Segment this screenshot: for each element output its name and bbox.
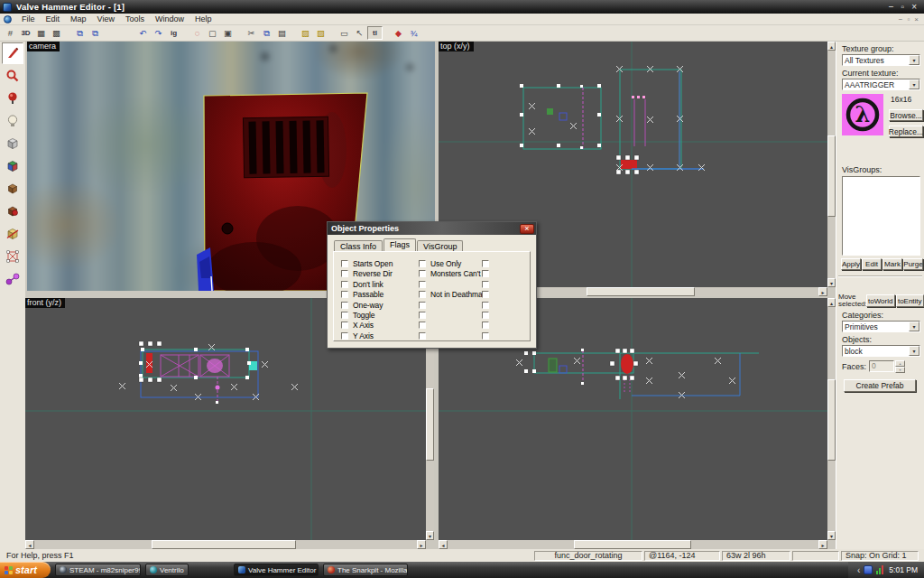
texture-lock-button[interactable]: tl xyxy=(367,26,383,40)
ignore-groups-button[interactable]: ig xyxy=(166,26,181,40)
mark-button[interactable]: Mark xyxy=(882,258,902,270)
group-button[interactable]: ▢ xyxy=(205,26,220,40)
load-window-state-button[interactable]: ⧉ xyxy=(72,26,88,40)
categories-combo[interactable]: Primitives ▾ xyxy=(842,321,920,332)
flag-checkbox-spare[interactable] xyxy=(419,332,426,340)
scroll-left-button[interactable]: ◂ xyxy=(25,540,34,549)
menu-map[interactable]: Map xyxy=(65,14,92,24)
flag-checkbox-spare[interactable] xyxy=(419,281,426,288)
toggle-grid-button[interactable]: # xyxy=(3,26,18,40)
menu-window[interactable]: Window xyxy=(150,14,189,24)
flag-checkbox-one-way[interactable] xyxy=(341,302,348,309)
hscroll-thumb[interactable] xyxy=(152,540,296,549)
helper-toggle-button[interactable]: ¾ xyxy=(406,26,421,40)
menu-view[interactable]: View xyxy=(92,14,120,24)
pointer-mode-button[interactable]: ↖ xyxy=(352,26,367,40)
flag-checkbox-toggle[interactable] xyxy=(341,312,348,319)
faces-spinner[interactable]: ▴ ▾ xyxy=(895,360,905,372)
flag-checkbox-passable[interactable] xyxy=(341,291,348,298)
scroll-up-button[interactable]: ▴ xyxy=(827,42,836,51)
menu-tools[interactable]: Tools xyxy=(120,14,150,24)
camera-tool-button[interactable] xyxy=(2,88,23,109)
flag-checkbox-spare[interactable] xyxy=(482,332,489,340)
current-texture-combo[interactable]: AAATRIGGER ▾ xyxy=(842,79,920,90)
messenger-icon[interactable] xyxy=(864,565,873,574)
entity-tool-button[interactable] xyxy=(2,110,23,132)
flag-checkbox-spare[interactable] xyxy=(482,270,489,277)
apply-texture-tool-button[interactable] xyxy=(2,200,23,222)
flag-checkbox-spare[interactable] xyxy=(482,291,489,298)
replace-button[interactable]: Replace... xyxy=(889,126,923,137)
taskbar-item-ventrilo[interactable]: Ventrilo xyxy=(145,564,189,576)
visgroups-listbox[interactable] xyxy=(842,176,920,256)
cordon-toggle-button[interactable]: ▨ xyxy=(298,26,313,40)
flag-checkbox-spare[interactable] xyxy=(419,302,426,309)
to-entity-button[interactable]: toEntity xyxy=(896,294,924,307)
flag-checkbox-spare[interactable] xyxy=(482,322,489,329)
hscroll-thumb[interactable] xyxy=(574,540,691,549)
display-models-button[interactable]: ◆ xyxy=(391,26,406,40)
flag-checkbox-x-axis[interactable] xyxy=(341,322,348,329)
flag-checkbox-monsters-cant[interactable] xyxy=(419,270,426,277)
mdi-restore-button[interactable]: ▫ xyxy=(907,15,910,23)
scroll-down-button[interactable]: ▾ xyxy=(426,531,434,540)
tab-class-info[interactable]: Class Info xyxy=(334,240,383,251)
paste-button[interactable]: ▤ xyxy=(274,26,290,40)
select-mode-button[interactable]: ▭ xyxy=(337,26,352,40)
front-viewport-hscrollbar[interactable]: ◂ ▸ xyxy=(25,540,426,549)
texture-group-combo[interactable]: All Textures ▾ xyxy=(842,54,920,66)
side-viewport-hscrollbar[interactable]: ◂ ▸ xyxy=(439,540,827,549)
scroll-up-button[interactable]: ▴ xyxy=(827,298,836,307)
cut-button[interactable]: ✂ xyxy=(244,26,259,40)
toggle-3d-grid-button[interactable]: 3D xyxy=(18,26,33,40)
scroll-down-button[interactable]: ▾ xyxy=(827,531,836,540)
flag-checkbox-spare[interactable] xyxy=(419,322,426,329)
flag-checkbox-spare[interactable] xyxy=(482,260,489,267)
carve-button[interactable]: ◌ xyxy=(189,26,205,40)
close-button[interactable]: × xyxy=(911,1,917,13)
flag-checkbox-spare[interactable] xyxy=(482,312,489,319)
dialog-titlebar[interactable]: Object Properties × xyxy=(328,222,536,235)
vscroll-thumb[interactable] xyxy=(827,379,836,461)
faces-input[interactable]: 0 xyxy=(869,360,894,372)
path-tool-button[interactable] xyxy=(2,268,23,290)
taskbar-item-hammer[interactable]: Valve Hammer Editor ... xyxy=(234,564,319,576)
menu-help[interactable]: Help xyxy=(189,14,217,24)
menu-file[interactable]: File xyxy=(16,14,41,24)
to-world-button[interactable]: toWorld xyxy=(866,294,895,307)
scroll-down-button[interactable]: ▾ xyxy=(827,278,836,287)
magnify-tool-button[interactable] xyxy=(2,65,23,87)
create-prefab-button[interactable]: Create Prefab xyxy=(844,379,916,392)
vertex-tool-button[interactable] xyxy=(2,246,23,267)
scroll-right-button[interactable]: ▸ xyxy=(417,540,426,549)
flag-checkbox-not-in-deathmatch[interactable] xyxy=(419,291,426,298)
tray-chevron-icon[interactable]: ‹ xyxy=(857,565,860,575)
vscroll-thumb[interactable] xyxy=(827,135,836,217)
combo-arrow-icon[interactable]: ▾ xyxy=(909,322,919,331)
edit-button[interactable]: Edit xyxy=(862,258,882,270)
browse-button[interactable]: Browse... xyxy=(889,109,923,121)
combo-arrow-icon[interactable]: ▾ xyxy=(909,346,919,356)
redo-button[interactable]: ↷ xyxy=(151,26,166,40)
taskbar-item-steam[interactable]: STEAM - m82sniper99 xyxy=(55,564,141,576)
objects-combo[interactable]: block ▾ xyxy=(842,345,920,357)
clipping-tool-button[interactable] xyxy=(2,223,23,245)
apply-button[interactable]: Apply xyxy=(841,258,861,270)
menu-edit[interactable]: Edit xyxy=(41,14,66,24)
texture-application-tool-button[interactable] xyxy=(2,155,23,177)
mdi-close-button[interactable]: × xyxy=(914,15,919,23)
combo-arrow-icon[interactable]: ▾ xyxy=(909,55,919,65)
ungroup-button[interactable]: ▣ xyxy=(220,26,236,40)
tab-visgroup[interactable]: VisGroup xyxy=(417,240,463,251)
smaller-grid-button[interactable]: ▦ xyxy=(33,26,49,40)
mdi-minimize-button[interactable]: − xyxy=(899,15,903,23)
top-viewport-vscrollbar[interactable]: ▴ ▾ xyxy=(827,42,836,287)
volume-icon[interactable] xyxy=(876,565,885,574)
restore-button[interactable]: ▫ xyxy=(901,1,905,13)
flag-checkbox-dont-link[interactable] xyxy=(341,281,348,288)
minimize-button[interactable]: − xyxy=(889,1,894,13)
flag-checkbox-use-only[interactable] xyxy=(419,260,426,267)
purge-button[interactable]: Purge xyxy=(903,258,923,270)
start-button[interactable]: start xyxy=(0,562,51,578)
combo-arrow-icon[interactable]: ▾ xyxy=(909,79,919,89)
